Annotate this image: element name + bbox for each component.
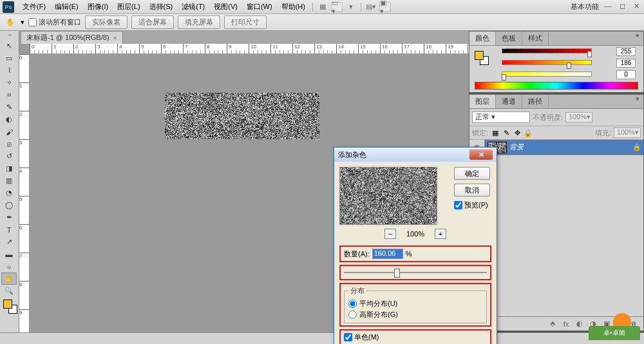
dodge-tool[interactable]: ◯ [1,199,17,211]
dialog-preview[interactable] [339,167,437,225]
dialog-titlebar[interactable]: 添加杂色 ✕ [334,148,497,162]
hand-tool-icon[interactable]: ✋ [4,16,17,29]
move-tool[interactable]: ↖ [1,40,17,52]
dropdown-icon[interactable]: ▾ [21,18,24,26]
menu-select[interactable]: 选择(S) [145,1,178,13]
zoom-out-button[interactable]: − [384,229,396,239]
value-r[interactable]: 255 [616,47,636,56]
fit-screen-button[interactable]: 适合屏幕 [131,15,174,29]
watermark: 卓•卓简 [589,326,640,340]
value-g[interactable]: 186 [616,59,636,68]
lock-position-icon[interactable]: ✥ [513,128,522,137]
menu-window[interactable]: 窗口(W) [242,1,277,13]
preview-checkbox[interactable]: 预览(P) [454,200,490,210]
panel-menu-icon[interactable]: ▾ [632,95,643,108]
zoom-value: 100% [406,230,424,238]
ruler-vertical: 012345678910 [19,54,30,332]
stamp-tool[interactable]: ⎚ [1,138,17,150]
color-swatch[interactable] [3,300,17,314]
opacity-input[interactable]: 100%▾ [565,112,592,122]
tab-channels[interactable]: 通道 [496,95,522,108]
menu-file[interactable]: 文件(F) [18,1,50,13]
layer-name[interactable]: 背景 [509,142,630,152]
menu-view[interactable]: 视图(V) [209,1,242,13]
tab-close-icon[interactable]: × [113,34,117,42]
amount-unit: % [406,250,412,258]
menu-layer[interactable]: 图层(L) [113,1,144,13]
view-extras-icon[interactable]: ▭ ▾ [331,2,343,12]
hand-tool[interactable]: ✋ [1,272,17,285]
gaussian-radio[interactable]: 高斯分布(G) [348,309,482,320]
restore-icon[interactable]: ◻ [616,1,629,10]
close-icon[interactable]: ✕ [630,1,643,10]
type-tool[interactable]: T [1,224,17,236]
link-icon[interactable]: ⬘ [547,319,558,329]
add-noise-dialog: 添加杂色 ✕ 确定 取消 预览(P) − 100% + 数量(A): 160.0… [334,147,497,344]
blur-tool[interactable]: ◔ [1,187,17,199]
lock-transparency-icon[interactable]: ▦ [491,128,500,137]
value-b[interactable]: 0 [616,70,636,79]
arrange-icon[interactable]: ▤▾ [365,2,377,12]
dialog-close-icon[interactable]: ✕ [469,149,493,160]
brush-tool[interactable]: 🖌 [1,126,17,138]
zoom-tool[interactable]: 🔍 [1,285,17,297]
amount-input[interactable]: 160.06 [372,249,403,259]
lock-pixels-icon[interactable]: ✎ [502,128,511,137]
amount-label: 数量(A): [344,249,370,259]
healing-tool[interactable]: ◐ [1,113,17,126]
scroll-all-windows-checkbox[interactable]: 滚动所有窗口 [28,17,81,27]
wand-tool[interactable]: ✧ [1,77,17,89]
fill-screen-button[interactable]: 填充屏幕 [178,15,220,29]
slider-g[interactable] [502,60,592,66]
amount-slider-field [339,265,491,280]
gradient-tool[interactable]: ▥ [1,175,17,187]
tab-color[interactable]: 颜色 [469,32,496,45]
shape-tool[interactable]: ▬ [1,248,17,260]
pen-tool[interactable]: ✒ [1,211,17,224]
zoom-in-button[interactable]: + [435,229,446,239]
lock-all-icon[interactable]: 🔒 [524,128,533,137]
eyedropper-tool[interactable]: ✎ [1,101,17,113]
ruler-horizontal: 01234567891011121314151617181920 [30,44,469,54]
fill-input[interactable]: 100%▾ [614,128,641,138]
tab-layers[interactable]: 图层 [469,95,496,108]
slider-b[interactable] [502,72,592,78]
print-size-button[interactable]: 打印尺寸 [224,15,267,29]
screen-mode-icon[interactable]: ▣ ▾ [379,2,391,12]
panel-color-swatch[interactable] [475,51,489,65]
monochrome-checkbox[interactable]: 单色(M) [344,332,379,342]
toolbox-toggle-icon[interactable]: ›› [3,32,18,39]
history-brush-tool[interactable]: ↺ [1,150,17,162]
panel-menu-icon[interactable]: ▾ [632,32,643,45]
zoom-level-icon[interactable]: ▾ [345,2,357,12]
lasso-tool[interactable]: ⌇ [1,64,17,77]
color-ramp[interactable] [475,82,638,90]
mask-icon[interactable]: ◐ [574,319,585,329]
tab-paths[interactable]: 路径 [522,95,549,108]
menu-edit[interactable]: 编辑(E) [50,1,83,13]
document-tab[interactable]: 未标题-1 @ 100%(RGB/8) × [21,31,123,44]
blend-mode-select[interactable]: 正常 ▾ [472,111,530,123]
eraser-tool[interactable]: ◨ [1,162,17,175]
crop-tool[interactable]: ⌗ [1,89,17,101]
slider-r[interactable] [502,48,592,55]
menu-help[interactable]: 帮助(H) [277,1,310,13]
uniform-radio[interactable]: 平均分布(U) [348,298,482,309]
menu-image[interactable]: 图像(I) [83,1,113,13]
lock-icon: 🔒 [630,143,643,151]
tab-swatches[interactable]: 色板 [496,32,522,45]
amount-slider[interactable] [344,267,487,278]
actual-pixels-button[interactable]: 实际像素 [85,15,128,29]
path-tool[interactable]: ↗ [1,236,17,248]
menu-filter[interactable]: 滤镜(T) [177,1,209,13]
fx-icon[interactable]: fx [560,319,572,329]
marquee-tool[interactable]: ▭ [1,52,17,64]
minimize-icon[interactable]: — [601,1,614,10]
3d-tool[interactable]: ⟐ [1,260,17,272]
tab-styles[interactable]: 样式 [522,32,549,45]
bridge-icon[interactable]: ▦ [317,2,328,12]
ok-button[interactable]: 确定 [454,167,490,180]
cancel-button[interactable]: 取消 [454,184,490,196]
fill-label: 填充: [595,128,611,138]
app-status-bar [0,332,644,344]
